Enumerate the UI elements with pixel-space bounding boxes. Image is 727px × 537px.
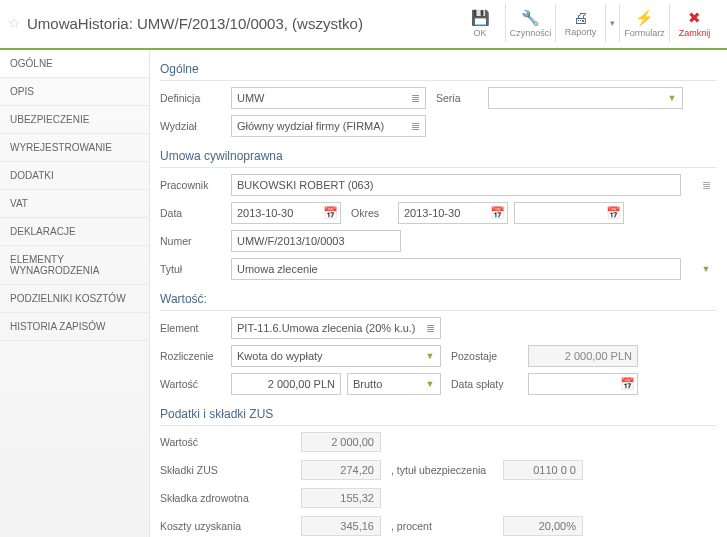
zus-value: 2 000,00 — [301, 432, 381, 452]
list-icon[interactable]: ≣ — [422, 320, 438, 336]
sidebar-item[interactable]: VAT — [0, 190, 149, 218]
sidebar-item[interactable]: ELEMENTY WYNAGRODZENIA — [0, 246, 149, 285]
formularz-button[interactable]: ⚡ Formularz — [619, 4, 669, 42]
rozliczenie-select[interactable] — [231, 345, 441, 367]
zus-label: Koszty uzyskania — [160, 520, 295, 532]
raporty-dropdown[interactable]: ▾ — [605, 4, 619, 42]
chevron-down-icon[interactable]: ▼ — [422, 348, 438, 364]
label-data: Data — [160, 207, 225, 219]
list-icon[interactable]: ≣ — [698, 177, 714, 193]
chevron-down-icon[interactable]: ▼ — [698, 261, 714, 277]
zus-row: Składka zdrowotna155,32 — [160, 488, 717, 508]
sidebar-item[interactable]: UBEZPIECZENIE — [0, 106, 149, 134]
zus-table: Wartość2 000,00Składki ZUS274,20, tytuł … — [160, 432, 717, 537]
zus-mid-label: , procent — [387, 520, 497, 532]
zus-value: 155,32 — [301, 488, 381, 508]
pozostaje-value — [528, 345, 638, 367]
bolt-icon: ⚡ — [635, 9, 654, 27]
list-icon[interactable]: ≣ — [407, 118, 423, 134]
zus-value: 345,16 — [301, 516, 381, 536]
page-title: UmowaHistoria: UMW/F/2013/10/0003, (wszy… — [27, 15, 363, 32]
wydzial-input[interactable] — [231, 115, 426, 137]
label-numer: Numer — [160, 235, 225, 247]
ok-label: OK — [473, 28, 486, 38]
label-okres: Okres — [347, 207, 392, 219]
section-ogolne: Ogólne — [160, 56, 717, 81]
wartosc-input[interactable] — [231, 373, 341, 395]
chevron-down-icon[interactable]: ▼ — [422, 376, 438, 392]
printer-icon: 🖨 — [573, 9, 588, 26]
toolbar: 💾 OK 🔧 Czynności 🖨 Raporty ▾ ⚡ Formularz… — [455, 4, 719, 42]
label-rozliczenie: Rozliczenie — [160, 350, 225, 362]
zus-row: Składki ZUS274,20, tytuł ubezpieczenia01… — [160, 460, 717, 480]
raporty-button[interactable]: 🖨 Raporty — [555, 4, 605, 42]
sidebar-item[interactable]: WYREJESTROWANIE — [0, 134, 149, 162]
label-definicja: Definicja — [160, 92, 225, 104]
sidebar-item[interactable]: HISTORIA ZAPISÓW — [0, 313, 149, 341]
zus-value2: 20,00% — [503, 516, 583, 536]
label-data-splaty: Data spłaty — [447, 378, 522, 390]
tytul-select[interactable] — [231, 258, 681, 280]
section-wartosc: Wartość: — [160, 286, 717, 311]
zus-mid-label: , tytuł ubezpieczenia — [387, 464, 497, 476]
sidebar: OGÓLNEOPISUBEZPIECZENIEWYREJESTROWANIEDO… — [0, 50, 150, 537]
zus-label: Składki ZUS — [160, 464, 295, 476]
zus-row: Koszty uzyskania345,16, procent20,00% — [160, 516, 717, 536]
pracownik-input[interactable] — [231, 174, 681, 196]
ok-button[interactable]: 💾 OK — [455, 4, 505, 42]
zus-label: Wartość — [160, 436, 295, 448]
header-title-area: ☆ UmowaHistoria: UMW/F/2013/10/0003, (ws… — [8, 15, 455, 32]
calendar-icon[interactable]: 📅 — [322, 205, 338, 221]
label-seria: Seria — [432, 92, 482, 104]
calendar-icon[interactable]: 📅 — [605, 205, 621, 221]
sidebar-item[interactable]: OPIS — [0, 78, 149, 106]
numer-input[interactable] — [231, 230, 401, 252]
chevron-down-icon[interactable]: ▼ — [664, 90, 680, 106]
save-icon: 💾 — [471, 9, 490, 27]
body: OGÓLNEOPISUBEZPIECZENIEWYREJESTROWANIEDO… — [0, 50, 727, 537]
czynnosci-button[interactable]: 🔧 Czynności — [505, 4, 555, 42]
list-icon[interactable]: ≣ — [407, 90, 423, 106]
calendar-icon[interactable]: 📅 — [619, 376, 635, 392]
zus-label: Składka zdrowotna — [160, 492, 295, 504]
label-wydzial: Wydział — [160, 120, 225, 132]
label-wartosc: Wartość — [160, 378, 225, 390]
star-icon[interactable]: ☆ — [8, 15, 21, 31]
zamknij-button[interactable]: ✖ Zamknij — [669, 4, 719, 42]
label-pracownik: Pracownik — [160, 179, 225, 191]
formularz-label: Formularz — [624, 28, 665, 38]
section-zus: Podatki i składki ZUS — [160, 401, 717, 426]
sidebar-item[interactable]: PODZIELNIKI KOSZTÓW — [0, 285, 149, 313]
zamknij-label: Zamknij — [679, 28, 711, 38]
sidebar-item[interactable]: OGÓLNE — [0, 50, 149, 78]
zus-value2: 0110 0 0 — [503, 460, 583, 480]
section-umowa: Umowa cywilnoprawna — [160, 143, 717, 168]
element-input[interactable] — [231, 317, 441, 339]
label-tytul: Tytuł — [160, 263, 225, 275]
main: Ogólne Definicja ≣ Seria ▼ Wydział ≣ Umo… — [150, 50, 727, 537]
sidebar-item[interactable]: DODATKI — [0, 162, 149, 190]
close-icon: ✖ — [688, 9, 701, 27]
zus-value: 274,20 — [301, 460, 381, 480]
calendar-icon[interactable]: 📅 — [489, 205, 505, 221]
seria-select[interactable] — [488, 87, 683, 109]
label-pozostaje: Pozostaje — [447, 350, 522, 362]
sidebar-item[interactable]: DEKLARACJE — [0, 218, 149, 246]
raporty-label: Raporty — [565, 27, 597, 37]
wrench-icon: 🔧 — [521, 9, 540, 27]
zus-row: Wartość2 000,00 — [160, 432, 717, 452]
definicja-input[interactable] — [231, 87, 426, 109]
header: ☆ UmowaHistoria: UMW/F/2013/10/0003, (ws… — [0, 0, 727, 50]
czynnosci-label: Czynności — [510, 28, 552, 38]
label-element: Element — [160, 322, 225, 334]
